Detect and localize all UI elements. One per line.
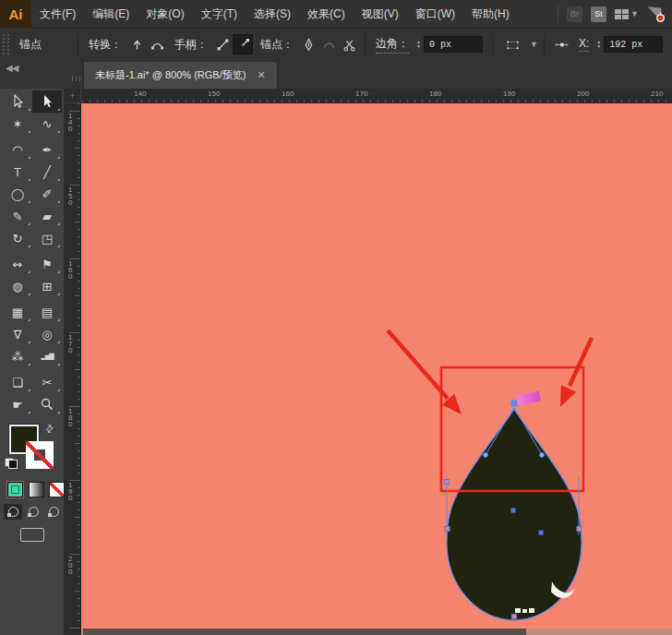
ruler-tick xyxy=(97,100,98,102)
paintbrush-tool[interactable]: ✐ xyxy=(32,183,62,205)
menu-item-0[interactable]: 文件(F) xyxy=(31,0,84,28)
column-graph-tool[interactable]: ▂▅▇ xyxy=(32,345,62,367)
corner-label[interactable]: 边角： xyxy=(376,36,409,54)
bridge-icon[interactable]: Br xyxy=(567,6,582,22)
gradient-tool[interactable]: ▤ xyxy=(32,301,62,323)
symbol-sprayer-tool[interactable]: ⁂ xyxy=(3,345,32,367)
rotate-tool[interactable]: ↻ xyxy=(3,227,32,249)
hide-handles-icon[interactable] xyxy=(233,34,253,54)
connect-path-icon[interactable] xyxy=(318,34,339,54)
menu-item-2[interactable]: 对象(O) xyxy=(138,0,192,28)
x-stepper[interactable]: ▲▼ xyxy=(596,40,601,49)
ruler-tick xyxy=(78,103,80,104)
perspective-grid-tool[interactable]: ⊞ xyxy=(32,275,62,297)
eraser-tool[interactable]: ▰ xyxy=(32,205,62,227)
ellipse-tool[interactable]: ◯ xyxy=(3,183,32,205)
ruler-tick xyxy=(78,354,80,355)
draw-behind-button[interactable] xyxy=(24,504,42,520)
menu-item-7[interactable]: 窗口(W) xyxy=(407,0,463,28)
control-bar-grip[interactable] xyxy=(3,34,9,54)
stock-icon[interactable]: St xyxy=(591,6,606,22)
slice-tool[interactable]: ✂ xyxy=(32,371,62,393)
ruler-tick xyxy=(533,100,534,102)
ruler-tick xyxy=(171,100,172,102)
type-tool[interactable]: T xyxy=(3,161,32,183)
line-segment-tool[interactable]: ╱ xyxy=(32,161,62,183)
swap-fill-stroke-icon[interactable]: ⇄ xyxy=(42,422,57,437)
puppet-warp-tool[interactable]: ⚑ xyxy=(32,253,62,275)
ruler-tick xyxy=(78,214,80,215)
bounding-box-icon[interactable] xyxy=(498,34,528,54)
screen-mode-button[interactable] xyxy=(20,528,44,542)
scrollbar-thumb[interactable] xyxy=(83,629,526,635)
canvas-area[interactable]: + 140150160170180190200210 1401501601701… xyxy=(65,89,672,635)
tab-bar: ◀◀ 未标题-1.ai* @ 800% (RGB/预览) ✕ xyxy=(0,59,672,89)
magic-wand-tool[interactable]: ✶ xyxy=(3,113,32,135)
ruler-tick xyxy=(385,100,386,102)
control-bar: 锚点 转换： 手柄： 锚点： 边角： ▲▼ 0 px ▼ X: ▲▼ 192 p… xyxy=(0,28,672,61)
ruler-tick xyxy=(78,118,80,119)
close-tab-icon[interactable]: ✕ xyxy=(257,69,265,81)
document-tab-title: 未标题-1.ai* @ 800% (RGB/预览) xyxy=(95,68,246,82)
artboard-tool[interactable]: ❏ xyxy=(3,371,32,393)
color-button[interactable] xyxy=(7,482,23,497)
ruler-tick xyxy=(348,100,349,102)
ruler-tick xyxy=(555,100,556,102)
collapse-panel-icon[interactable]: ◀◀ xyxy=(6,63,18,73)
hand-tool[interactable]: ☛ xyxy=(3,393,32,415)
selection-tool[interactable] xyxy=(3,90,32,113)
show-handles-icon[interactable] xyxy=(212,34,233,54)
curvature-tool[interactable]: ◠ xyxy=(3,138,32,161)
ruler-tick xyxy=(78,613,80,614)
zoom-tool[interactable] xyxy=(32,393,62,415)
vertical-ruler[interactable]: 140150160170180190200 xyxy=(65,103,81,635)
pencil-tool[interactable]: ✎ xyxy=(3,205,32,227)
lasso-tool[interactable]: ∿ xyxy=(32,113,62,135)
workspace-switcher[interactable]: ▼ xyxy=(615,9,639,19)
ruler-tick xyxy=(78,310,80,311)
ruler-tick xyxy=(78,413,80,414)
ruler-origin[interactable]: + xyxy=(65,89,81,103)
ruler-tick xyxy=(326,100,327,102)
horizontal-ruler[interactable]: 140150160170180190200210 xyxy=(81,89,672,103)
menu-item-5[interactable]: 效果(C) xyxy=(299,0,354,28)
cut-path-icon[interactable] xyxy=(339,34,359,54)
draw-inside-button[interactable] xyxy=(44,504,63,520)
x-input[interactable]: 192 px xyxy=(604,36,663,53)
panel-label: 锚点 xyxy=(19,37,42,53)
corner-input[interactable]: 0 px xyxy=(424,36,483,53)
pen-tool[interactable]: ✒ xyxy=(32,138,62,161)
smooth-point-icon[interactable] xyxy=(147,34,167,54)
none-button[interactable] xyxy=(49,482,65,497)
ruler-tick xyxy=(78,502,80,503)
menu-item-1[interactable]: 编辑(E) xyxy=(84,0,138,28)
ruler-tick xyxy=(78,539,80,540)
x-label[interactable]: X: xyxy=(579,37,589,52)
shape-builder-tool[interactable]: ◍ xyxy=(3,275,32,297)
mesh-tool[interactable]: ▦ xyxy=(3,301,32,323)
artboard[interactable] xyxy=(81,103,672,635)
menu-item-4[interactable]: 选择(S) xyxy=(246,0,299,28)
menu-item-6[interactable]: 视图(V) xyxy=(354,0,407,28)
direct-selection-tool[interactable] xyxy=(32,90,62,113)
draw-normal-button[interactable] xyxy=(4,504,22,520)
remove-anchor-icon[interactable] xyxy=(298,34,318,54)
convert-label: 转换： xyxy=(89,37,122,53)
horizontal-scrollbar[interactable] xyxy=(81,629,672,635)
corner-point-icon[interactable] xyxy=(126,34,147,54)
gradient-button[interactable] xyxy=(29,482,44,497)
width-tool[interactable]: ↭ xyxy=(3,253,32,275)
blend-tool[interactable]: ◎ xyxy=(32,323,62,345)
ruler-tick xyxy=(78,170,80,171)
default-swatches-icon[interactable] xyxy=(5,458,18,469)
ruler-tick xyxy=(193,100,194,102)
document-tab[interactable]: 未标题-1.ai* @ 800% (RGB/预览) ✕ xyxy=(83,61,278,89)
corner-stepper[interactable]: ▲▼ xyxy=(416,40,421,49)
eyedropper-tool[interactable]: ∇ xyxy=(3,323,32,345)
menu-item-3[interactable]: 文字(T) xyxy=(193,0,246,28)
stroke-color-swatch[interactable] xyxy=(26,441,54,469)
menu-item-8[interactable]: 帮助(H) xyxy=(463,0,518,28)
scale-tool[interactable]: ◳ xyxy=(32,227,62,249)
ruler-label: 140 xyxy=(68,113,72,132)
share-power-icon[interactable] xyxy=(647,6,665,22)
